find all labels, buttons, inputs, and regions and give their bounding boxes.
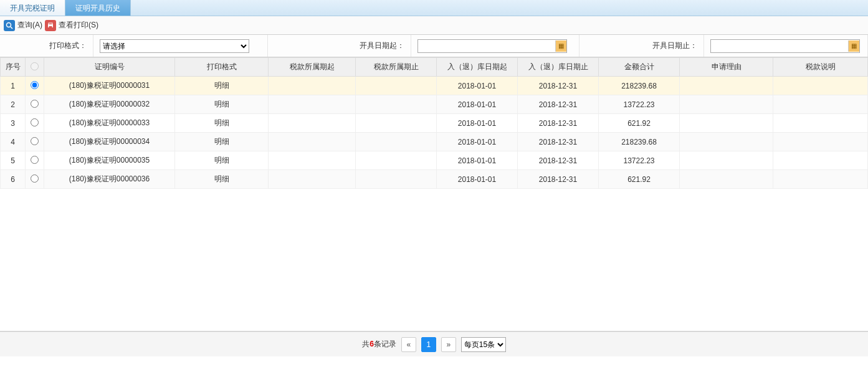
print-icon[interactable]	[45, 20, 56, 31]
table-row[interactable]: 3(180)豫税证明00000033明细2018-01-012018-12-31…	[1, 114, 868, 133]
cell-cert-no: (180)豫税证明00000031	[44, 77, 175, 95]
cell-reason	[680, 170, 773, 189]
print-format-select[interactable]: 请选择	[100, 39, 249, 53]
table-row[interactable]: 5(180)豫税证明00000035明细2018-01-012018-12-31…	[1, 151, 868, 170]
print-format-label: 打印格式：	[0, 35, 93, 57]
cell-reason	[680, 151, 773, 170]
cell-cert-no: (180)豫税证明00000032	[44, 95, 175, 114]
pager-next[interactable]: »	[441, 337, 456, 352]
cell-in-from: 2018-01-01	[437, 114, 518, 133]
cell-in-from: 2018-01-01	[437, 95, 518, 114]
cell-tax-from	[269, 77, 356, 95]
data-table: 序号 证明编号 打印格式 税款所属期起 税款所属期止 入（退）库日期起 入（退）…	[0, 57, 868, 189]
col-seq: 序号	[1, 58, 26, 77]
col-tax-period-from: 税款所属期起	[269, 58, 356, 77]
date-to-input[interactable]	[711, 42, 848, 50]
cell-reason	[680, 95, 773, 114]
col-print-format: 打印格式	[175, 58, 269, 77]
row-radio[interactable]	[31, 100, 39, 108]
cell-reason	[680, 114, 773, 133]
cell-tax-to	[356, 77, 437, 95]
table-row[interactable]: 1(180)豫税证明00000031明细2018-01-012018-12-31…	[1, 77, 868, 95]
header-radio	[31, 62, 39, 70]
pager: 共6条记录 « 1 » 每页15条	[0, 332, 868, 356]
table-row[interactable]: 2(180)豫税证明00000032明细2018-01-012018-12-31…	[1, 95, 868, 114]
cell-reason	[680, 133, 773, 151]
cell-cert-no: (180)豫税证明00000036	[44, 170, 175, 189]
cell-seq: 1	[1, 77, 26, 95]
cell-seq: 5	[1, 151, 26, 170]
cell-seq: 3	[1, 114, 26, 133]
col-in-date-from: 入（退）库日期起	[437, 58, 518, 77]
table-row[interactable]: 4(180)豫税证明00000034明细2018-01-012018-12-31…	[1, 133, 868, 151]
cell-tax-to	[356, 170, 437, 189]
pager-page-1[interactable]: 1	[421, 337, 436, 352]
cell-tax-to	[356, 95, 437, 114]
row-radio[interactable]	[31, 81, 39, 89]
cell-seq: 2	[1, 95, 26, 114]
row-radio[interactable]	[31, 137, 39, 145]
cell-tax-from	[269, 95, 356, 114]
toolbar: 查询(A) 查看打印(S)	[0, 16, 868, 35]
col-cert-no: 证明编号	[44, 58, 175, 77]
cell-tax-to	[356, 133, 437, 151]
cell-tax-from	[269, 114, 356, 133]
cell-in-to: 2018-12-31	[518, 95, 599, 114]
cell-radio	[26, 170, 44, 189]
cell-in-to: 2018-12-31	[518, 133, 599, 151]
query-button-label[interactable]: 查询(A)	[17, 20, 42, 31]
cell-tax-to	[356, 151, 437, 170]
cell-in-to: 2018-12-31	[518, 114, 599, 133]
cell-desc	[773, 114, 868, 133]
svg-rect-3	[49, 23, 52, 25]
cell-tax-from	[269, 170, 356, 189]
pager-page-size[interactable]: 每页15条	[461, 337, 506, 352]
cell-desc	[773, 133, 868, 151]
cell-format: 明细	[175, 151, 269, 170]
cell-desc	[773, 170, 868, 189]
cell-format: 明细	[175, 77, 269, 95]
cell-seq: 6	[1, 170, 26, 189]
cell-in-to: 2018-12-31	[518, 151, 599, 170]
tab-bar: 开具完税证明 证明开具历史	[0, 0, 868, 16]
date-from-input[interactable]	[418, 42, 555, 50]
col-amount: 金额合计	[599, 58, 680, 77]
table-row[interactable]: 6(180)豫税证明00000036明细2018-01-012018-12-31…	[1, 170, 868, 189]
row-radio[interactable]	[31, 174, 39, 183]
col-tax-period-to: 税款所属期止	[356, 58, 437, 77]
cell-amount: 621.92	[599, 170, 680, 189]
cell-in-to: 2018-12-31	[518, 170, 599, 189]
calendar-icon[interactable]: ▦	[555, 41, 566, 52]
cell-format: 明细	[175, 170, 269, 189]
cell-in-from: 2018-01-01	[437, 77, 518, 95]
table-wrap: 序号 证明编号 打印格式 税款所属期起 税款所属期止 入（退）库日期起 入（退）…	[0, 57, 868, 332]
cell-amount: 13722.23	[599, 95, 680, 114]
svg-rect-4	[49, 26, 52, 28]
cell-cert-no: (180)豫税证明00000033	[44, 114, 175, 133]
date-to-label: 开具日期止：	[579, 35, 704, 57]
calendar-icon[interactable]: ▦	[848, 41, 859, 52]
tab-issue-history[interactable]: 证明开具历史	[65, 0, 131, 16]
pager-prev[interactable]: «	[401, 337, 416, 352]
tab-issue-cert[interactable]: 开具完税证明	[0, 0, 65, 16]
row-radio[interactable]	[31, 118, 39, 126]
col-tax-desc: 税款说明	[773, 58, 868, 77]
cell-reason	[680, 77, 773, 95]
cell-in-to: 2018-12-31	[518, 77, 599, 95]
cell-radio	[26, 95, 44, 114]
cell-in-from: 2018-01-01	[437, 133, 518, 151]
row-radio[interactable]	[31, 156, 39, 164]
col-radio	[26, 58, 44, 77]
cell-cert-no: (180)豫税证明00000034	[44, 133, 175, 151]
print-button-label[interactable]: 查看打印(S)	[59, 20, 98, 31]
cell-desc	[773, 95, 868, 114]
cell-radio	[26, 114, 44, 133]
date-from-label: 开具日期起：	[268, 35, 411, 57]
cell-cert-no: (180)豫税证明00000035	[44, 151, 175, 170]
date-from-input-wrap: ▦	[417, 39, 567, 53]
col-reason: 申请理由	[680, 58, 773, 77]
cell-amount: 621.92	[599, 114, 680, 133]
svg-line-1	[11, 27, 12, 29]
search-icon[interactable]	[4, 20, 15, 31]
cell-amount: 13722.23	[599, 151, 680, 170]
